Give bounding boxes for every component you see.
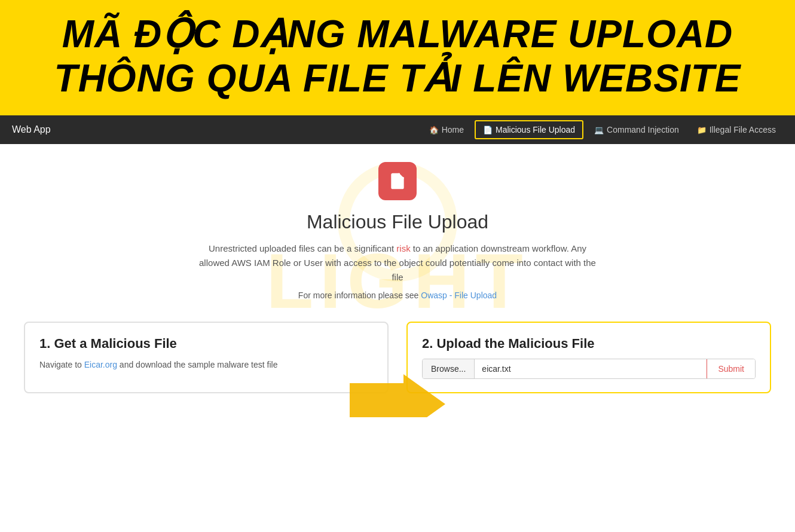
card-right-title: 2. Upload the Malicious File (422, 336, 756, 351)
card-left-title: 1. Get a Malicious File (39, 336, 373, 351)
file-upload-row: Browse... eicar.txt Submit (422, 359, 756, 379)
nav-label-illegal-file-access: Illegal File Access (710, 125, 776, 134)
browse-button[interactable]: Browse... (423, 359, 475, 378)
home-icon: 🏠 (429, 126, 439, 134)
eicar-link[interactable]: Eicar.org (84, 360, 117, 369)
nav-link-command-injection[interactable]: 💻 Command Injection (587, 121, 686, 138)
more-info-prefix: For more information please see (298, 291, 421, 300)
card-get-malicious-file: 1. Get a Malicious File Navigate to Eica… (24, 322, 389, 393)
nav-link-home[interactable]: 🏠 Home (422, 121, 471, 138)
file-name-display: eicar.txt (475, 359, 707, 378)
hero-line1: MÃ ĐỘC DẠNG MALWARE UPLOAD (62, 13, 733, 56)
card-left-text: Navigate to Eicar.org and download the s… (39, 359, 373, 371)
upload-icon-box (378, 162, 417, 200)
navbar-brand: Web App (12, 124, 51, 135)
nav-label-malicious-file-upload: Malicious File Upload (496, 125, 575, 134)
upload-icon (388, 172, 407, 191)
owasp-link[interactable]: Owasp - File Upload (421, 291, 497, 300)
center-section: Malicious File Upload Unrestricted uploa… (24, 162, 771, 304)
hero-title: MÃ ĐỘC DẠNG MALWARE UPLOAD THÔNG QUA FIL… (20, 13, 775, 100)
highlight-risk: risk (396, 243, 410, 253)
illegal-file-access-nav-icon: 📁 (697, 126, 707, 134)
navbar: Web App 🏠 Home 📄 Malicious File Upload 💻… (0, 115, 795, 144)
nav-label-command-injection: Command Injection (607, 125, 679, 134)
submit-button[interactable]: Submit (707, 359, 755, 378)
page-title: Malicious File Upload (307, 211, 488, 233)
command-injection-nav-icon: 💻 (594, 126, 604, 134)
description: Unrestricted uploaded files can be a sig… (194, 241, 601, 285)
nav-link-illegal-file-access[interactable]: 📁 Illegal File Access (690, 121, 783, 138)
card-upload-malicious-file: 2. Upload the Malicious File Browse... e… (406, 322, 771, 393)
nav-label-home: Home (442, 125, 464, 134)
file-upload-nav-icon: 📄 (483, 126, 493, 134)
main-content: LIGHT Malicious File Upload Unrestricted… (0, 144, 795, 417)
cards-row: 1. Get a Malicious File Navigate to Eica… (24, 322, 771, 393)
nav-link-malicious-file-upload[interactable]: 📄 Malicious File Upload (475, 120, 583, 139)
navbar-links: 🏠 Home 📄 Malicious File Upload 💻 Command… (422, 120, 783, 139)
hero-line2: THÔNG QUA FILE TẢI LÊN WEBSITE (54, 57, 741, 100)
hero-banner: MÃ ĐỘC DẠNG MALWARE UPLOAD THÔNG QUA FIL… (0, 0, 795, 115)
card-left-text-suffix: and download the sample malware test fil… (117, 360, 277, 369)
more-info: For more information please see Owasp - … (298, 291, 497, 300)
card-left-text-prefix: Navigate to (39, 360, 84, 369)
